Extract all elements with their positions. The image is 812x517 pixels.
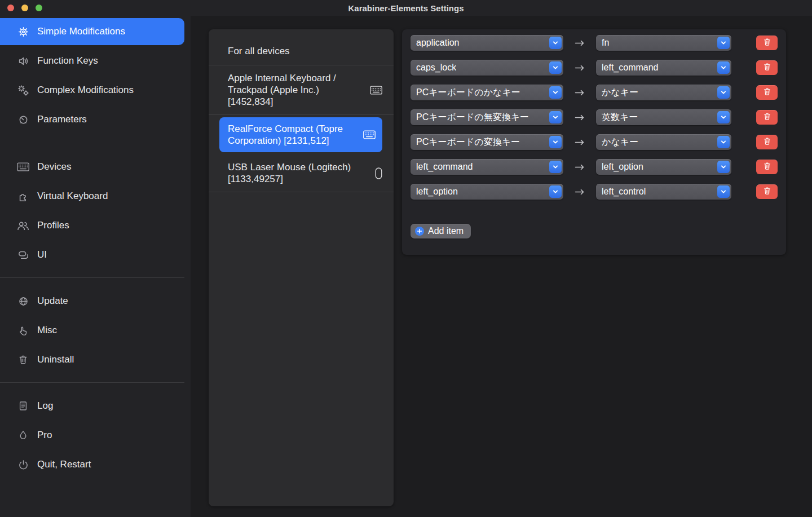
chevron-down-icon — [549, 136, 562, 148]
mapping-row-1: caps_lock left_command — [411, 60, 778, 76]
document-icon — [16, 399, 30, 413]
keyboard-icon — [370, 86, 382, 95]
sidebar-divider — [0, 382, 184, 383]
chevron-down-icon — [549, 86, 562, 99]
gears-icon — [16, 83, 30, 97]
minimize-button[interactable] — [21, 5, 28, 11]
chevron-down-icon — [549, 37, 562, 49]
to-key-dropdown[interactable]: fn — [596, 35, 731, 51]
device-divider — [209, 192, 394, 192]
sidebar-item-uninstall[interactable]: Uninstall — [0, 346, 184, 373]
stack-icon — [16, 248, 30, 262]
sidebar-item-simple-modifications[interactable]: Simple Modifications — [0, 18, 184, 45]
chevron-down-icon — [549, 161, 562, 173]
app-window: Karabiner-Elements Settings Simple Modif… — [0, 0, 812, 517]
delete-row-button[interactable] — [756, 60, 778, 75]
to-key-dropdown[interactable]: かなキー — [596, 134, 731, 150]
mapping-row-4: PCキーボードの変換キー かなキー — [411, 134, 778, 150]
from-key-dropdown[interactable]: caps_lock — [411, 60, 563, 76]
to-key-dropdown[interactable]: かなキー — [596, 85, 731, 100]
mapping-row-2: PCキーボードのかなキー かなキー — [411, 85, 778, 100]
add-item-button[interactable]: Add item — [411, 224, 471, 238]
keyboard-icon — [363, 130, 376, 139]
device-list-panel: For all devices Apple Internal Keyboard … — [209, 29, 394, 506]
from-key-dropdown[interactable]: PCキーボードの無変換キー — [411, 109, 563, 125]
trash-icon — [763, 63, 771, 73]
close-button[interactable] — [7, 5, 14, 11]
gear-icon — [16, 25, 30, 38]
trash-icon — [16, 353, 30, 366]
device-item-3[interactable]: USB Laser Mouse (Logitech) [1133,49257] — [209, 154, 394, 192]
arrow-right-icon — [563, 39, 596, 47]
sidebar-item-update[interactable]: Update — [0, 288, 184, 315]
to-key-dropdown[interactable]: left_command — [596, 60, 731, 76]
keyboard-icon — [16, 160, 30, 174]
mapping-row-3: PCキーボードの無変換キー 英数キー — [411, 109, 778, 125]
sidebar-item-parameters[interactable]: Parameters — [0, 106, 184, 133]
from-key-dropdown[interactable]: application — [411, 35, 563, 51]
zoom-button[interactable] — [36, 5, 42, 11]
chevron-down-icon — [717, 86, 730, 99]
trash-icon — [763, 187, 771, 197]
device-item-2[interactable]: RealForce Compact (Topre Corporation) [2… — [219, 117, 382, 152]
arrow-right-icon — [563, 188, 596, 196]
chevron-down-icon — [549, 61, 562, 74]
arrow-right-icon — [563, 114, 596, 121]
people-icon — [16, 219, 30, 232]
sidebar-item-devices[interactable]: Devices — [0, 153, 184, 180]
mapping-row-0: application fn — [411, 35, 778, 51]
main-content: For all devices Apple Internal Keyboard … — [191, 16, 812, 517]
sidebar-item-profiles[interactable]: Profiles — [0, 212, 184, 239]
device-item-0[interactable]: For all devices — [209, 29, 394, 65]
sidebar-item-log[interactable]: Log — [0, 392, 184, 419]
power-icon — [16, 458, 30, 471]
delete-row-button[interactable] — [756, 36, 778, 50]
hand-icon — [16, 324, 30, 337]
chevron-down-icon — [717, 111, 730, 123]
mouse-icon — [375, 167, 382, 179]
to-key-dropdown[interactable]: left_option — [596, 159, 731, 175]
sidebar-item-virtual-keyboard[interactable]: Virtual Keyboard — [0, 183, 184, 210]
sidebar-group-spacer — [0, 135, 191, 153]
arrow-right-icon — [563, 139, 596, 146]
delete-row-button[interactable] — [756, 160, 778, 174]
from-key-dropdown[interactable]: PCキーボードのかなキー — [411, 85, 563, 100]
sidebar-item-ui[interactable]: UI — [0, 241, 184, 268]
to-key-dropdown[interactable]: 英数キー — [596, 109, 731, 125]
sidebar-item-complex-modifications[interactable]: Complex Modifications — [0, 77, 184, 104]
sidebar-divider — [0, 277, 184, 278]
device-item-1[interactable]: Apple Internal Keyboard / Trackpad (Appl… — [209, 65, 394, 114]
arrow-right-icon — [563, 64, 596, 72]
chevron-down-icon — [717, 61, 730, 74]
sidebar-item-function-keys[interactable]: Function Keys — [0, 47, 184, 74]
dial-icon — [16, 113, 30, 126]
speaker-icon — [16, 54, 30, 68]
to-key-dropdown[interactable]: left_control — [596, 184, 731, 200]
chevron-down-icon — [717, 37, 730, 49]
from-key-dropdown[interactable]: PCキーボードの変換キー — [411, 134, 563, 150]
trash-icon — [763, 137, 771, 147]
mapping-rows: application fn caps_lock — [411, 35, 778, 200]
sidebar-item-pro[interactable]: Pro — [0, 422, 184, 449]
chevron-down-icon — [549, 111, 562, 123]
chevron-down-icon — [717, 161, 730, 173]
chevron-down-icon — [717, 136, 730, 148]
traffic-lights — [7, 0, 42, 16]
arrow-right-icon — [563, 89, 596, 96]
sidebar-item-misc[interactable]: Misc — [0, 317, 184, 344]
globe-icon — [16, 294, 30, 308]
mapping-row-6: left_option left_control — [411, 184, 778, 200]
sidebar-item-quit-restart[interactable]: Quit, Restart — [0, 451, 184, 478]
delete-row-button[interactable] — [756, 110, 778, 125]
drop-icon — [16, 428, 30, 442]
plus-icon — [415, 227, 424, 236]
delete-row-button[interactable] — [756, 184, 778, 199]
sidebar-nav: Simple Modifications Function Keys Compl… — [0, 16, 191, 517]
chevron-down-icon — [549, 185, 562, 198]
from-key-dropdown[interactable]: left_command — [411, 159, 563, 175]
delete-row-button[interactable] — [756, 85, 778, 100]
titlebar: Karabiner-Elements Settings — [0, 0, 812, 16]
delete-row-button[interactable] — [756, 135, 778, 149]
chevron-down-icon — [717, 185, 730, 198]
from-key-dropdown[interactable]: left_option — [411, 184, 563, 200]
